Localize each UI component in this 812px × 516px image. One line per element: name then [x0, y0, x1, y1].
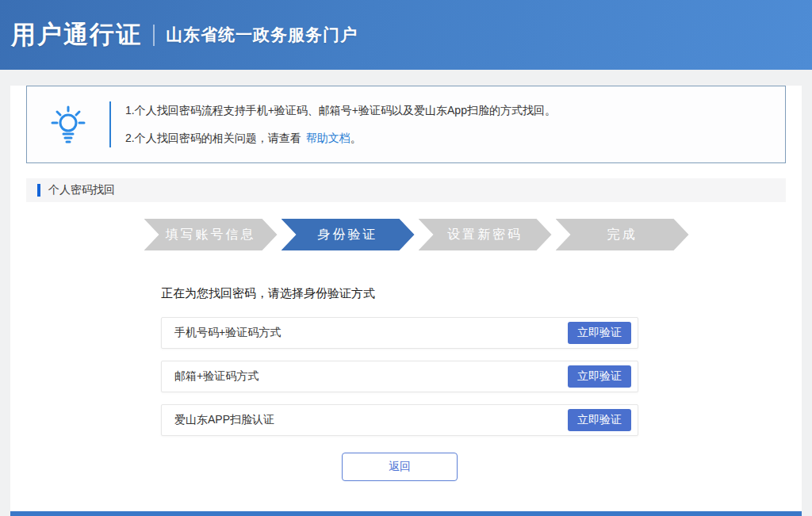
step-identity-verification: 身份验证: [282, 219, 415, 250]
step-fill-account-info: 填写账号信息: [144, 219, 278, 250]
section-accent-bar: [37, 184, 40, 197]
option-row-email: 邮箱+验证码方式 立即验证: [161, 361, 638, 392]
step-complete: 完成: [556, 219, 689, 250]
portal-subtitle: 山东省统一政务服务门户: [166, 24, 358, 46]
verify-now-button-email[interactable]: 立即验证: [568, 365, 631, 388]
header-divider: [153, 25, 155, 46]
header: 用户通行证 山东省统一政务服务门户: [0, 0, 812, 70]
option-label-phone: 手机号码+验证码方式: [174, 326, 568, 340]
verify-now-button-face-scan[interactable]: 立即验证: [568, 409, 631, 431]
notice-box: 1.个人找回密码流程支持手机+验证码、邮箱号+验证码以及爱山东App扫脸的方式找…: [26, 86, 786, 163]
section-title: 个人密码找回: [48, 183, 115, 197]
lightbulb-icon: [27, 105, 109, 144]
content-card: 1.个人找回密码流程支持手机+验证码、邮箱号+验证码以及爱山东App扫脸的方式找…: [10, 86, 802, 511]
notice-line-2-text: 2.个人找回密码的相关问题，请查看: [125, 132, 301, 144]
notice-text: 1.个人找回密码流程支持手机+验证码、邮箱号+验证码以及爱山东App扫脸的方式找…: [111, 104, 556, 146]
step-indicator: 填写账号信息 身份验证 设置新密码 完成: [10, 219, 802, 250]
instruction-text: 正在为您找回密码，请选择身份验证方式: [161, 286, 638, 301]
option-label-face-scan: 爱山东APP扫脸认证: [174, 413, 568, 427]
notice-line-1: 1.个人找回密码流程支持手机+验证码、邮箱号+验证码以及爱山东App扫脸的方式找…: [125, 104, 556, 118]
help-doc-link[interactable]: 帮助文档: [306, 132, 350, 144]
notice-line-2-suffix: 。: [350, 132, 362, 144]
option-row-face-scan: 爱山东APP扫脸认证 立即验证: [161, 404, 638, 436]
option-label-email: 邮箱+验证码方式: [174, 369, 568, 384]
verify-options: 正在为您找回密码，请选择身份验证方式 手机号码+验证码方式 立即验证 邮箱+验证…: [161, 286, 638, 481]
section-title-strip: 个人密码找回: [26, 178, 786, 202]
page: 用户通行证 山东省统一政务服务门户: [0, 0, 812, 516]
footer-bar: [10, 511, 802, 516]
notice-line-2: 2.个人找回密码的相关问题，请查看帮助文档。: [125, 132, 556, 146]
step-set-new-password: 设置新密码: [419, 219, 552, 250]
verify-now-button-phone[interactable]: 立即验证: [568, 322, 631, 344]
back-button[interactable]: 返回: [342, 453, 458, 481]
app-title: 用户通行证: [11, 18, 142, 52]
option-row-phone: 手机号码+验证码方式 立即验证: [161, 317, 638, 349]
